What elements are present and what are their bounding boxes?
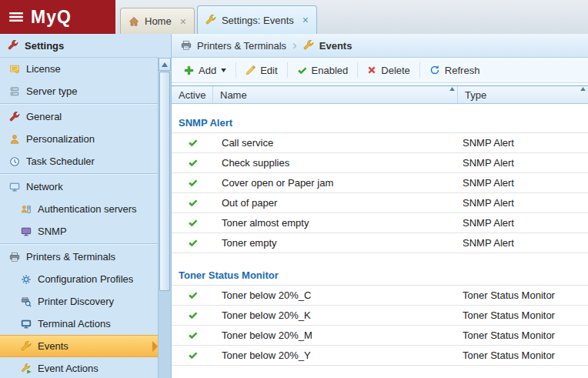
sidebar-item-label: General	[26, 111, 62, 122]
sidebar-item-label: Printers & Terminals	[26, 251, 115, 263]
sidebar-item-network[interactable]: Network	[0, 176, 159, 198]
printer-icon	[181, 40, 192, 51]
table-row-toner-below-20-c[interactable]: Toner below 20%_CToner Status Monitor	[172, 286, 588, 306]
delete-button[interactable]: Delete	[358, 61, 419, 79]
sidebar-separator	[0, 103, 159, 105]
check-icon	[188, 158, 198, 168]
check-icon	[188, 330, 198, 340]
cell-type: SNMP Alert	[458, 197, 588, 209]
sidebar-item-events[interactable]: Events	[0, 335, 159, 357]
sidebar-item-label: Configuration Profiles	[38, 273, 133, 285]
table-row-check-supplies[interactable]: Check suppliesSNMP Alert	[172, 153, 588, 173]
table-row-out-of-paper[interactable]: Out of paperSNMP Alert	[172, 193, 588, 213]
cell-type: Toner Status Monitor	[458, 289, 588, 301]
brand-logo: MyQ	[31, 7, 72, 28]
sidebar-item-server-type[interactable]: Server type	[0, 80, 159, 102]
sidebar-header-label: Settings	[25, 40, 64, 52]
gear-icon	[21, 274, 32, 285]
sidebar-item-printers-terminals[interactable]: Printers & Terminals	[0, 246, 159, 268]
license-icon	[9, 64, 20, 75]
add-button[interactable]: Add	[175, 61, 236, 79]
sidebar-item-event-actions[interactable]: Event Actions	[0, 357, 159, 378]
person-icon	[9, 134, 20, 145]
refresh-button[interactable]: Refresh	[420, 61, 489, 79]
column-header-name[interactable]: Name	[213, 86, 458, 103]
cell-name: Toner below 20%_M	[213, 329, 458, 341]
scrollbar-thumb[interactable]	[159, 72, 170, 291]
sidebar-item-task-scheduler[interactable]: Task Scheduler	[0, 150, 159, 172]
sidebar-item-label: Authentication servers	[38, 203, 137, 215]
breadcrumb-label: Events	[319, 40, 352, 52]
sidebar-item-snmp[interactable]: SNMP	[0, 220, 159, 243]
cell-type: SNMP Alert	[458, 177, 588, 189]
tab-strip: Home×Settings: Events×	[115, 0, 317, 34]
caret-down-icon	[221, 69, 226, 72]
top-bar: MyQ Home×Settings: Events×	[0, 0, 588, 34]
monitor-dark-icon	[21, 319, 32, 329]
button-label: Edit	[260, 65, 277, 76]
cell-type: SNMP Alert	[458, 237, 588, 249]
cell-name: Toner almost empty	[213, 217, 458, 229]
cell-name: Check supplies	[213, 157, 458, 169]
table-row-toner-below-20-y[interactable]: Toner below 20%_YToner Status Monitor	[172, 346, 588, 366]
sidebar-item-personalization[interactable]: Personalization	[0, 128, 159, 150]
cell-type: SNMP Alert	[458, 157, 588, 169]
table-row-call-service[interactable]: Call serviceSNMP Alert	[172, 133, 588, 153]
window-body: Settings LicenseServer typeGeneralPerson…	[0, 34, 588, 378]
hamburger-menu-icon[interactable]	[9, 12, 23, 22]
tab-settings-events[interactable]: Settings: Events×	[197, 5, 317, 34]
sidebar-item-printer-discovery[interactable]: Printer Discovery	[0, 290, 159, 313]
sidebar-item-label: SNMP	[38, 226, 67, 237]
cell-active	[172, 138, 213, 148]
scrollbar-up-button[interactable]	[159, 58, 171, 71]
sidebar-header: Settings	[0, 34, 159, 58]
column-header-active[interactable]: Active	[172, 86, 213, 103]
cell-name: Toner below 20%_C	[213, 289, 458, 301]
printer-search-icon	[21, 296, 32, 307]
cell-active	[172, 178, 213, 188]
sidebar-separator	[0, 243, 159, 245]
check-icon	[297, 65, 307, 75]
check-icon	[188, 290, 198, 300]
sidebar-item-general[interactable]: General	[0, 105, 159, 128]
breadcrumb: Printers & Terminals › Events	[172, 34, 588, 58]
sort-asc-icon	[449, 87, 455, 91]
table-row-toner-below-20-k[interactable]: Toner below 20%_KToner Status Monitor	[172, 306, 588, 326]
breadcrumb-events[interactable]: Events	[303, 40, 352, 52]
cell-name: Cover open or Paper jam	[213, 177, 458, 189]
settings-wrench-icon	[8, 40, 18, 51]
table-row-toner-below-20-m[interactable]: Toner below 20%_MToner Status Monitor	[172, 326, 588, 346]
sidebar-scrollbar[interactable]	[158, 58, 171, 378]
table-header: Active Name Type	[172, 85, 588, 104]
plus-icon	[184, 65, 194, 75]
enabled-button[interactable]: Enabled	[288, 61, 358, 79]
check-icon	[188, 310, 198, 320]
sidebar-item-configuration-profiles[interactable]: Configuration Profiles	[0, 268, 159, 290]
sidebar-item-license[interactable]: License	[0, 58, 159, 80]
sort-asc-icon	[580, 87, 586, 91]
column-label: Name	[220, 89, 247, 101]
sidebar-item-label: Network	[26, 181, 63, 192]
sidebar-item-terminal-actions[interactable]: Terminal Actions	[0, 313, 159, 335]
button-label: Add	[199, 65, 216, 76]
tab-home[interactable]: Home×	[120, 8, 195, 34]
table-row-toner-almost-empty[interactable]: Toner almost emptySNMP Alert	[172, 213, 588, 233]
tab-close-icon[interactable]: ×	[180, 16, 186, 27]
monitor-icon	[9, 182, 20, 192]
sidebar-item-label: License	[26, 63, 61, 75]
tab-close-icon[interactable]: ×	[302, 15, 309, 25]
column-header-type[interactable]: Type	[458, 86, 588, 103]
cell-type: SNMP Alert	[458, 217, 588, 229]
sidebar-item-label: Personalization	[26, 133, 95, 145]
check-icon	[188, 138, 198, 148]
table-row-toner-empty[interactable]: Toner emptySNMP Alert	[172, 233, 588, 253]
sidebar-item-authentication-servers[interactable]: Authentication servers	[0, 198, 159, 220]
cell-active	[172, 350, 213, 360]
check-icon	[188, 198, 198, 208]
cell-name: Call service	[213, 137, 458, 149]
breadcrumb-printers-terminals[interactable]: Printers & Terminals	[181, 40, 286, 52]
delete-x-icon	[367, 65, 376, 75]
table-row-cover-open-or-paper-jam[interactable]: Cover open or Paper jamSNMP Alert	[172, 173, 588, 193]
edit-button[interactable]: Edit	[236, 61, 286, 79]
tab-label: Settings: Events	[222, 15, 294, 26]
